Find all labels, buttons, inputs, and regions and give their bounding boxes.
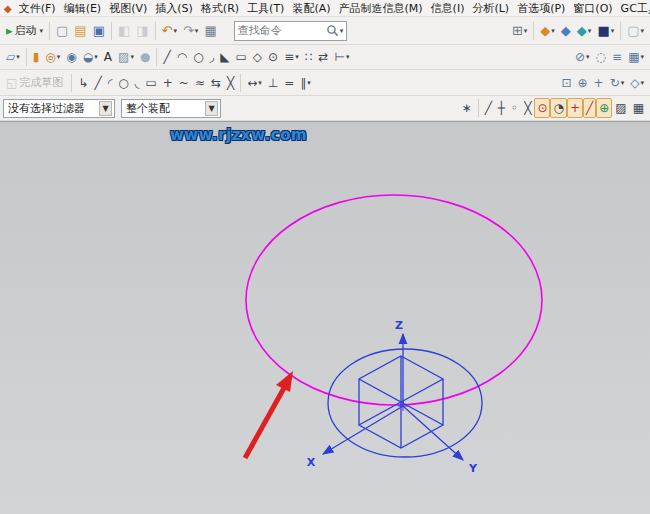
x-axis[interactable] [323,406,403,454]
application-shaded-icon[interactable]: ◆ [558,21,574,41]
menu-edit[interactable]: 编辑(E) [60,0,106,17]
snap-point-toggle-icon[interactable]: ∗ [459,98,475,118]
arc-icon[interactable]: ◠ [174,47,190,67]
trim-icon[interactable]: ⊢▾ [331,47,352,67]
point-constructor-icon[interactable]: ⊕ [596,98,612,118]
cut-icon[interactable]: ◧ [115,21,133,41]
search-input[interactable] [238,24,326,37]
sketch-arc-icon[interactable]: ◜ [105,73,116,93]
selection-scope-select[interactable]: 整个装配 ▼ [121,99,221,118]
intersection-point-icon[interactable]: ╳ [224,73,237,93]
existing-point-icon[interactable]: + [567,98,583,118]
geometric-constraints-icon[interactable]: ⊥ [265,73,281,93]
new-file-icon[interactable]: ▢ [53,21,71,41]
line-icon[interactable]: ╱ [160,47,173,67]
graphics-scene[interactable]: Z X Y [0,122,650,514]
window-display-icon[interactable]: ▢▾ [624,21,647,41]
perspective-icon[interactable]: ◇▾ [627,73,647,93]
make-symmetric-icon[interactable]: = [281,73,297,93]
start-icon[interactable]: ▸启动▾ [3,21,46,41]
selection-filter-select[interactable]: 没有选择过滤器 ▼ [3,99,115,118]
dropdown-caret-icon: ▾ [640,79,644,87]
bounded-grid-icon[interactable]: ▦ [630,98,647,118]
pan-icon[interactable]: + [591,73,607,93]
profile-icon[interactable]: ↳ [75,73,91,93]
open-file-icon[interactable]: ▤ [71,21,89,41]
copy-icon[interactable]: ◨ [133,21,151,41]
redo-icon[interactable]: ↷▾ [180,21,201,41]
point-on-surface-icon[interactable]: ▨ [612,98,629,118]
point-on-curve-icon[interactable]: ╱ [583,98,596,118]
sketch-line-icon[interactable]: ╱ [91,73,104,93]
csys-sphere-circle[interactable] [328,349,482,457]
menu-preferences[interactable]: 首选项(P) [513,0,569,17]
sketch-circle-icon[interactable]: ○ [115,73,131,93]
search-icon[interactable] [326,24,339,37]
application-modeling-icon[interactable]: ◆▾ [537,21,558,41]
arc-center-icon[interactable]: ⊙ [534,98,550,118]
print-icon[interactable]: ▦ [201,21,219,41]
display-sketch-constraints-icon[interactable]: ∥▾ [297,73,314,93]
view-operations-icon[interactable]: ▦▾ [625,47,647,67]
offset-curve-icon[interactable]: ≈ [192,73,208,93]
mirror-icon[interactable]: ⇄ [315,47,331,67]
pattern-curve-icon[interactable]: ∷ [302,47,316,67]
polygon-icon[interactable]: ◇ [250,47,265,67]
chamfer-icon[interactable]: ◣ [217,47,232,67]
menu-gc-toolbox[interactable]: GC工具箱 [617,0,650,17]
standard-toolbar: ▸启动▾▢▤▣◧◨↶▾↷▾▦ ▾ ⊞▾◆▾◆◆▾■▾▢▾ [0,17,650,45]
menu-tools[interactable]: 工具(T) [243,0,288,17]
sphere-icon[interactable]: ● [137,47,153,67]
sketch-rectangle-icon[interactable]: ▭ [142,73,159,93]
sketch-fillet-icon[interactable]: ◟ [132,73,143,93]
rectangle-icon[interactable]: ▭ [233,47,250,67]
revolve-icon[interactable]: ◎▾ [42,47,63,67]
sketch-arc-glyph: ◜ [108,77,113,89]
fillet-icon[interactable]: ◞ [207,47,218,67]
menu-information[interactable]: 信息(I) [427,0,469,17]
menu-file[interactable]: 文件(F) [15,0,60,17]
show-hide-icon[interactable]: ⊘▾ [572,47,593,67]
mirror-curve-icon[interactable]: ⇆ [208,73,224,93]
menu-insert[interactable]: 插入(S) [151,0,197,17]
datum-plane-icon[interactable]: ▨▾ [115,47,137,67]
datum-csys[interactable] [323,334,482,460]
save-file-icon[interactable]: ▣ [90,21,108,41]
finish-sketch-icon[interactable]: ◱完成草图 [3,73,68,93]
layer-settings-icon[interactable]: ≡ [609,47,625,67]
boolean-unite-icon[interactable]: ◒▾ [80,47,101,67]
offset-curve-glyph: ≈ [195,77,205,89]
quadrant-point-icon[interactable]: ◔ [550,98,566,118]
circle-icon[interactable]: ○ [190,47,206,67]
application-studio-icon[interactable]: ◆▾ [574,21,595,41]
zoom-icon[interactable]: ⊕ [575,73,591,93]
intersection-icon[interactable]: ╳ [521,98,534,118]
rotate-icon[interactable]: ↻▾ [607,73,628,93]
extrude-icon[interactable]: ▮ [30,47,43,67]
rapid-dimension-icon[interactable]: ↔▾ [244,73,265,93]
control-point-icon[interactable]: ◦ [508,98,521,118]
menu-assemblies[interactable]: 装配(A) [288,0,334,17]
direct-sketch-icon[interactable]: ▱▾ [3,47,23,67]
sketch-point-icon[interactable]: + [160,73,176,93]
search-dropdown-caret-icon[interactable]: ▾ [340,27,344,35]
display-part-icon[interactable]: ■▾ [594,21,617,41]
end-point-icon[interactable]: ╱ [482,98,495,118]
undo-icon[interactable]: ↶▾ [159,21,180,41]
command-window-icon[interactable]: ⊞▾ [509,21,530,41]
y-axis[interactable] [403,406,463,460]
text-icon[interactable]: A [101,47,115,67]
menu-window[interactable]: 窗口(O) [569,0,616,17]
menu-view[interactable]: 视图(V) [105,0,151,17]
menu-format[interactable]: 格式(R) [197,0,243,17]
studio-spline-icon[interactable]: ~ [176,73,192,93]
graphics-window[interactable]: Z X Y www.rjzxw.com [0,121,650,514]
menu-analysis[interactable]: 分析(L) [468,0,513,17]
mid-point-icon[interactable]: ┼ [495,98,508,118]
menu-pmi[interactable]: 产品制造信息(M) [335,0,427,17]
hole-icon[interactable]: ◉ [63,47,79,67]
fit-window-icon[interactable]: ⊡ [558,73,574,93]
offset-icon[interactable]: ≡▾ [281,47,302,67]
ellipse-icon[interactable]: ⊙ [265,47,281,67]
immediate-hide-icon[interactable]: ◌ [593,47,609,67]
